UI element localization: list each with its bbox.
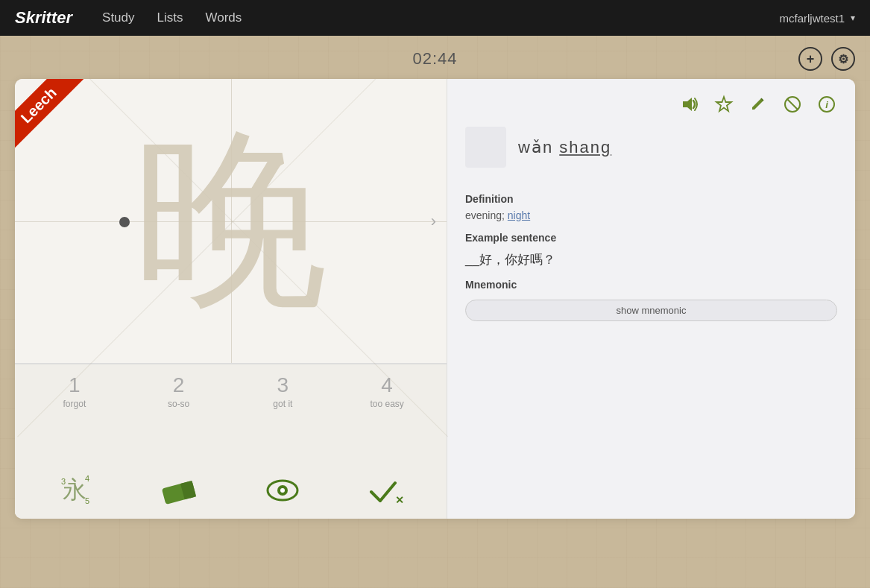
eye-icon (262, 472, 303, 508)
rating-number-2: 2 (173, 373, 185, 397)
settings-button[interactable]: ⚙ (831, 47, 855, 71)
study-card: Leech 晚 › 1 forg (15, 79, 855, 519)
ban-icon (783, 95, 802, 114)
character-display: 晚 (134, 124, 328, 318)
ban-button[interactable] (782, 94, 803, 115)
action-icons-row: i (465, 94, 837, 115)
nav-words[interactable]: Words (206, 10, 242, 25)
definition-link[interactable]: night (508, 209, 530, 221)
rating-too-easy[interactable]: 4 too easy (335, 373, 439, 409)
pinyin-text: wǎn (518, 138, 559, 157)
rating-so-so[interactable]: 2 so-so (127, 373, 231, 409)
card-right-panel: i wǎn shang Definition evening; night Ex… (447, 79, 855, 519)
pinyin-text-underlined: shang (559, 138, 611, 157)
pencil-icon (748, 95, 768, 114)
svg-text:✕: ✕ (395, 494, 404, 506)
svg-marker-11 (716, 97, 731, 111)
svg-point-8 (280, 488, 285, 493)
svg-text:永: 永 (63, 476, 86, 503)
rating-label-2: so-so (168, 399, 189, 409)
edit-button[interactable] (748, 94, 769, 115)
tool-icons-row: 永 3 4 5 (15, 468, 447, 519)
show-mnemonic-button[interactable]: show mnemonic (465, 300, 837, 321)
definition-label: Definition (465, 193, 837, 205)
info-button[interactable]: i (816, 94, 837, 115)
svg-line-14 (787, 99, 798, 110)
rating-label-3: got it (273, 399, 292, 409)
sound-button[interactable] (679, 94, 700, 115)
timer-display: 02:44 (412, 49, 457, 69)
reveal-button[interactable] (231, 472, 335, 508)
navbar: Skritter Study Lists Words mcfarljwtest1… (0, 0, 870, 36)
stroke-order-button[interactable]: 永 3 4 5 (22, 472, 127, 508)
rating-label-1: forgot (63, 399, 86, 409)
svg-text:i: i (825, 99, 828, 110)
main-area: 02:44 + ⚙ Leech 晚 (0, 36, 870, 588)
svg-text:3: 3 (61, 477, 66, 486)
rating-number-3: 3 (277, 373, 289, 397)
leech-label: Leech (15, 79, 85, 151)
undo-button[interactable]: ✕ (335, 472, 439, 508)
card-left-panel: Leech 晚 › 1 forg (15, 79, 447, 519)
check-undo-icon: ✕ (367, 472, 407, 508)
sound-icon (680, 95, 699, 114)
leech-banner: Leech (15, 79, 89, 154)
nav-study[interactable]: Study (102, 10, 134, 25)
svg-text:4: 4 (85, 474, 89, 483)
example-sentence-label: Example sentence (465, 232, 837, 244)
stroke-dot (119, 217, 130, 227)
eraser-button[interactable] (127, 472, 231, 508)
rating-buttons: 1 forgot 2 so-so 3 got it 4 too easy (15, 364, 447, 468)
example-sentence-text: __好，你好嗎？ (465, 251, 837, 268)
add-button[interactable]: + (798, 47, 822, 71)
username-label: mcfarljwtest1 (779, 12, 845, 25)
eraser-icon (160, 472, 198, 508)
rating-label-4: too easy (370, 399, 403, 409)
timer-row: 02:44 + ⚙ (15, 49, 855, 69)
nav-lists[interactable]: Lists (157, 10, 183, 25)
star-icon (714, 95, 734, 114)
next-arrow[interactable]: › (431, 212, 436, 231)
rating-got-it[interactable]: 3 got it (231, 373, 335, 409)
word-pinyin: wǎn shang (518, 138, 611, 157)
mnemonic-label: Mnemonic (465, 279, 837, 291)
svg-text:5: 5 (85, 496, 89, 505)
rating-number-1: 1 (69, 373, 81, 397)
stroke-order-icon: 永 3 4 5 (55, 472, 94, 508)
svg-marker-10 (683, 98, 692, 111)
brand-logo: Skritter (15, 8, 72, 28)
timer-actions: + ⚙ (798, 47, 855, 71)
word-display: wǎn shang (465, 127, 837, 168)
rating-section: 1 forgot 2 so-so 3 got it 4 too easy (15, 363, 447, 519)
definition-text: evening; night (465, 209, 837, 221)
user-menu-chevron: ▾ (851, 13, 855, 23)
info-icon: i (817, 95, 836, 114)
word-image (465, 127, 506, 168)
star-button[interactable] (713, 94, 734, 115)
user-menu[interactable]: mcfarljwtest1 ▾ (779, 12, 855, 25)
